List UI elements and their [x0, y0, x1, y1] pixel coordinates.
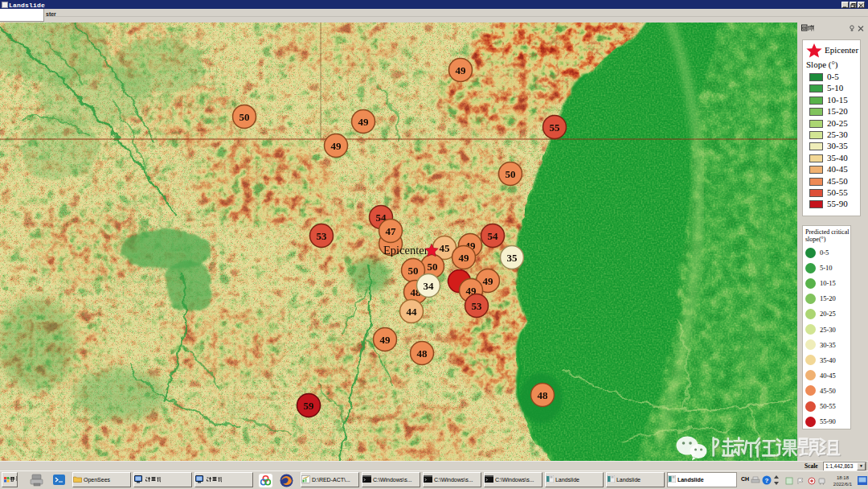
svg-text:50: 50	[428, 261, 438, 273]
svg-text:50: 50	[240, 111, 250, 123]
svg-text:49: 49	[331, 140, 342, 152]
svg-text:55: 55	[550, 121, 561, 134]
svg-text:59: 59	[304, 400, 315, 412]
svg-text:49: 49	[358, 116, 370, 128]
svg-text:48: 48	[538, 389, 549, 401]
svg-text:49: 49	[380, 334, 391, 346]
svg-text:53: 53	[472, 300, 483, 312]
svg-text:54: 54	[488, 230, 499, 242]
svg-text:47: 47	[386, 225, 397, 237]
svg-text:45: 45	[440, 242, 451, 254]
svg-text:34: 34	[424, 280, 435, 292]
svg-text:50: 50	[408, 265, 419, 277]
svg-text:49: 49	[483, 275, 494, 287]
svg-text:35: 35	[507, 252, 518, 264]
svg-text:?: ?	[765, 477, 769, 484]
svg-text:53: 53	[317, 230, 328, 242]
svg-text:49: 49	[456, 64, 467, 76]
svg-text:44: 44	[407, 306, 418, 318]
svg-text:Epicenter: Epicenter	[383, 244, 428, 257]
svg-text:50: 50	[506, 168, 516, 180]
svg-text:49: 49	[459, 252, 470, 264]
svg-text:48: 48	[417, 347, 428, 360]
